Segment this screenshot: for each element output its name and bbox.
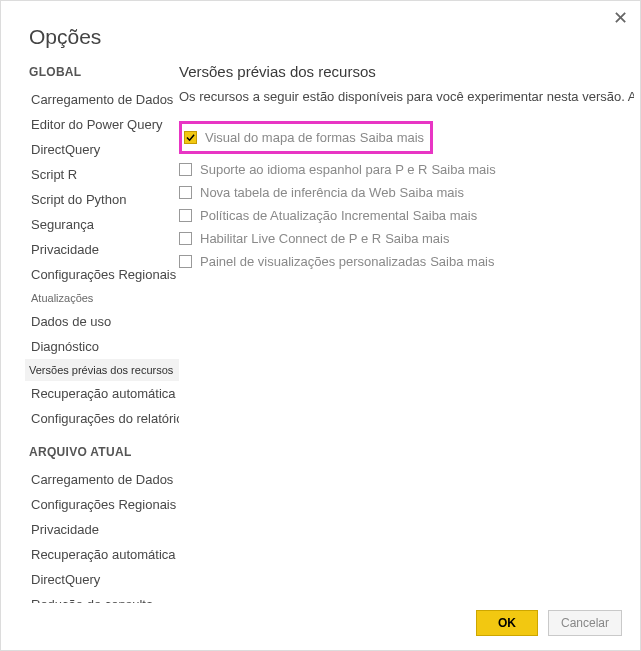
dialog-footer: OK Cancelar xyxy=(476,610,622,636)
nav-script-r[interactable]: Script R xyxy=(29,162,179,187)
section-head-file: ARQUIVO ATUAL xyxy=(29,445,179,459)
dialog-title: Opções xyxy=(1,1,640,63)
ok-button[interactable]: OK xyxy=(476,610,538,636)
content-description: Os recursos a seguir estão disponíveis p… xyxy=(179,88,634,107)
checkbox-shape-map[interactable] xyxy=(184,131,197,144)
checkbox-spanish-qa[interactable] xyxy=(179,163,192,176)
dialog-body: GLOBAL Carregamento de Dados Editor do P… xyxy=(1,63,640,603)
feature-label: Suporte ao idioma espanhol para P e R xyxy=(200,162,427,177)
nav-privacy[interactable]: Privacidade xyxy=(29,237,179,262)
learn-more-link[interactable]: Saiba mais xyxy=(430,254,494,269)
nav-directquery[interactable]: DirectQuery xyxy=(29,137,179,162)
nav-auto-recovery[interactable]: Recuperação automática xyxy=(29,381,179,406)
feature-web-table: Nova tabela de inferência da Web Saiba m… xyxy=(179,181,634,204)
feature-label: Painel de visualizações personalizadas xyxy=(200,254,426,269)
content-pane: Versões prévias dos recursos Os recursos… xyxy=(179,63,640,603)
checkbox-live-connect[interactable] xyxy=(179,232,192,245)
learn-more-link[interactable]: Saiba mais xyxy=(431,162,495,177)
feature-live-connect: Habilitar Live Connect de P e R Saiba ma… xyxy=(179,227,634,250)
feature-label: Políticas de Atualização Incremental xyxy=(200,208,409,223)
feature-label: Nova tabela de inferência da Web xyxy=(200,185,396,200)
nav-file-directquery[interactable]: DirectQuery xyxy=(29,567,179,592)
checkbox-custom-visuals[interactable] xyxy=(179,255,192,268)
content-heading: Versões prévias dos recursos xyxy=(179,63,634,80)
feature-custom-visuals: Painel de visualizações personalizadas S… xyxy=(179,250,634,273)
learn-more-link[interactable]: Saiba mais xyxy=(413,208,477,223)
feature-shape-map: Visual do mapa de formas Saiba mais xyxy=(184,126,424,149)
nav-diagnostics[interactable]: Diagnóstico xyxy=(29,334,179,359)
highlight-box: Visual do mapa de formas Saiba mais xyxy=(179,121,433,154)
nav-report-settings[interactable]: Configurações do relatório xyxy=(29,406,179,431)
nav-security[interactable]: Segurança xyxy=(29,212,179,237)
options-dialog: ✕ Opções GLOBAL Carregamento de Dados Ed… xyxy=(0,0,641,651)
nav-file-auto-recovery[interactable]: Recuperação automática xyxy=(29,542,179,567)
close-icon[interactable]: ✕ xyxy=(613,7,628,29)
nav-data-load[interactable]: Carregamento de Dados xyxy=(29,87,179,112)
nav-file-regional[interactable]: Configurações Regionais xyxy=(29,492,179,517)
nav-file-data-load[interactable]: Carregamento de Dados xyxy=(29,467,179,492)
nav-script-python[interactable]: Script do Python xyxy=(29,187,179,212)
checkbox-incremental[interactable] xyxy=(179,209,192,222)
nav-power-query[interactable]: Editor do Power Query xyxy=(29,112,179,137)
nav-file-privacy[interactable]: Privacidade xyxy=(29,517,179,542)
nav-usage-data[interactable]: Dados de uso xyxy=(29,309,179,334)
feature-spanish-qa: Suporte ao idioma espanhol para P e R Sa… xyxy=(179,158,634,181)
nav-file-query-reduction[interactable]: Redução de consulta xyxy=(29,592,179,603)
feature-label: Visual do mapa de formas xyxy=(205,130,356,145)
checkbox-web-table[interactable] xyxy=(179,186,192,199)
feature-label: Habilitar Live Connect de P e R xyxy=(200,231,381,246)
sidebar: GLOBAL Carregamento de Dados Editor do P… xyxy=(1,63,179,603)
learn-more-link[interactable]: Saiba mais xyxy=(400,185,464,200)
feature-incremental: Políticas de Atualização Incremental Sai… xyxy=(179,204,634,227)
nav-updates[interactable]: Atualizações xyxy=(29,287,179,309)
check-icon xyxy=(186,133,195,142)
cancel-button[interactable]: Cancelar xyxy=(548,610,622,636)
nav-preview-features[interactable]: Versões prévias dos recursos xyxy=(25,359,179,381)
section-head-global: GLOBAL xyxy=(29,65,179,79)
learn-more-link[interactable]: Saiba mais xyxy=(385,231,449,246)
learn-more-link[interactable]: Saiba mais xyxy=(360,130,424,145)
nav-regional[interactable]: Configurações Regionais xyxy=(29,262,179,287)
